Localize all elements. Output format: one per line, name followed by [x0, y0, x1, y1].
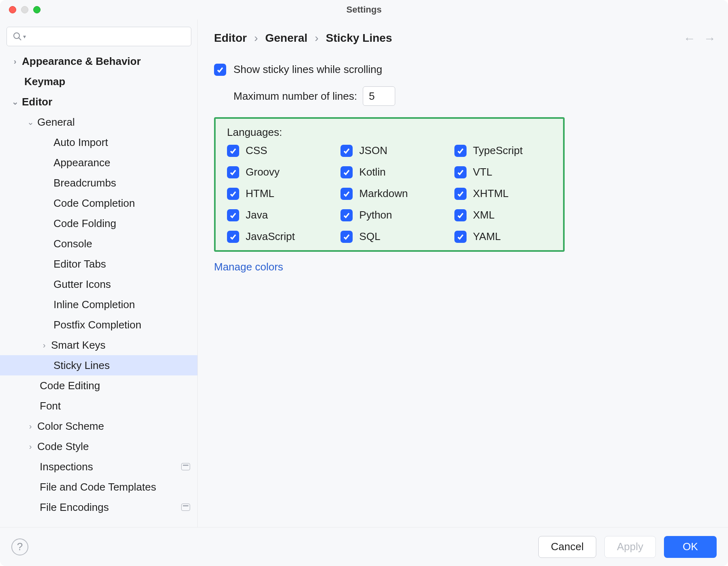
sidebar-item-label: Color Scheme — [37, 420, 104, 433]
forward-icon[interactable]: → — [704, 32, 716, 45]
sidebar-item-label: Code Editing — [40, 379, 100, 392]
sidebar-item-inspections[interactable]: Inspections — [0, 457, 197, 477]
language-checkbox-groovy[interactable] — [227, 166, 239, 178]
language-label: Python — [359, 209, 392, 221]
sidebar-item-inline-completion[interactable]: Inline Completion — [0, 294, 197, 315]
sidebar-item-code-folding[interactable]: Code Folding — [0, 213, 197, 234]
sidebar-item-font[interactable]: Font — [0, 396, 197, 416]
manage-colors-link[interactable]: Manage colors — [214, 261, 283, 273]
language-checkbox-html[interactable] — [227, 188, 239, 200]
close-icon[interactable] — [9, 6, 16, 13]
sidebar-item-label: Gutter Icons — [54, 278, 111, 291]
sidebar-item-auto-import[interactable]: Auto Import — [0, 132, 197, 152]
sidebar-item-editor-tabs[interactable]: Editor Tabs — [0, 254, 197, 274]
titlebar: Settings — [0, 0, 728, 19]
language-item-yaml: YAML — [454, 230, 552, 243]
chevron-right-icon: › — [315, 32, 319, 45]
language-checkbox-css[interactable] — [227, 145, 239, 157]
chevron-right-icon: › — [39, 341, 49, 350]
language-item-xhtml: XHTML — [454, 187, 552, 200]
zoom-icon[interactable] — [33, 6, 41, 13]
sidebar-item-breadcrumbs[interactable]: Breadcrumbs — [0, 173, 197, 193]
language-label: JSON — [359, 144, 387, 157]
max-lines-label: Maximum number of lines: — [233, 90, 357, 103]
sidebar-item-smart-keys[interactable]: ›Smart Keys — [0, 335, 197, 355]
chevron-down-icon: ⌄ — [10, 97, 20, 107]
ok-button[interactable]: OK — [664, 536, 717, 558]
minimize-icon[interactable] — [21, 6, 28, 13]
help-icon[interactable]: ? — [11, 538, 28, 555]
search-input[interactable]: ▾ — [6, 27, 191, 46]
sidebar-item-label: Code Completion — [54, 197, 135, 210]
language-checkbox-javascript[interactable] — [227, 231, 239, 243]
window-controls — [9, 6, 41, 13]
language-label: Groovy — [246, 166, 280, 178]
sidebar-item-keymap[interactable]: Keymap — [0, 71, 197, 92]
languages-box: Languages: CSSJSONTypeScriptGroovyKotlin… — [214, 117, 565, 252]
language-label: JavaScript — [246, 230, 295, 243]
language-checkbox-markdown[interactable] — [340, 188, 353, 200]
project-badge-icon — [181, 463, 190, 470]
language-item-xml: XML — [454, 209, 552, 221]
language-item-json: JSON — [340, 144, 438, 157]
language-item-python: Python — [340, 209, 438, 221]
language-checkbox-xhtml[interactable] — [454, 188, 467, 200]
svg-point-0 — [14, 33, 19, 39]
sidebar-item-label: Auto Import — [54, 136, 108, 149]
breadcrumb-general[interactable]: General — [265, 32, 307, 45]
chevron-down-icon: ⌄ — [25, 117, 36, 127]
language-label: Java — [246, 209, 268, 221]
language-checkbox-sql[interactable] — [340, 231, 353, 243]
settings-window: Settings ▾ ›Appearance & BehaviorKeymap⌄… — [0, 0, 728, 566]
language-checkbox-json[interactable] — [340, 145, 353, 157]
sidebar-item-general[interactable]: ⌄General — [0, 112, 197, 132]
sidebar-item-file-encodings[interactable]: File Encodings — [0, 497, 197, 517]
language-item-kotlin: Kotlin — [340, 166, 438, 178]
sidebar-item-label: Appearance & Behavior — [22, 55, 141, 68]
sidebar-item-console[interactable]: Console — [0, 234, 197, 254]
language-label: TypeScript — [473, 144, 523, 157]
language-label: Kotlin — [359, 166, 385, 178]
sidebar-item-label: Code Folding — [54, 217, 116, 230]
sidebar-item-editor[interactable]: ⌄Editor — [0, 92, 197, 112]
language-label: SQL — [359, 230, 380, 243]
sidebar-item-code-completion[interactable]: Code Completion — [0, 193, 197, 213]
sidebar-item-appearance-behavior[interactable]: ›Appearance & Behavior — [0, 51, 197, 71]
chevron-right-icon: › — [10, 57, 20, 66]
language-label: CSS — [246, 144, 267, 157]
back-icon[interactable]: ← — [683, 32, 696, 45]
sidebar-item-label: File Encodings — [40, 501, 109, 514]
language-checkbox-vtl[interactable] — [454, 166, 467, 178]
language-checkbox-java[interactable] — [227, 209, 239, 221]
breadcrumb-editor[interactable]: Editor — [214, 32, 247, 45]
sidebar-item-sticky-lines[interactable]: Sticky Lines — [0, 355, 197, 375]
show-sticky-checkbox[interactable] — [214, 64, 226, 76]
language-checkbox-python[interactable] — [340, 209, 353, 221]
apply-button[interactable]: Apply — [604, 536, 656, 558]
language-checkbox-xml[interactable] — [454, 209, 467, 221]
sidebar-item-gutter-icons[interactable]: Gutter Icons — [0, 274, 197, 294]
sidebar-item-label: Inline Completion — [54, 298, 135, 311]
sidebar-item-code-editing[interactable]: Code Editing — [0, 375, 197, 396]
cancel-button[interactable]: Cancel — [538, 536, 596, 558]
language-item-vtl: VTL — [454, 166, 552, 178]
language-checkbox-yaml[interactable] — [454, 231, 467, 243]
language-label: XML — [473, 209, 495, 221]
sidebar-item-label: General — [37, 116, 75, 129]
max-lines-input[interactable]: 5 — [363, 86, 395, 106]
language-checkbox-typescript[interactable] — [454, 145, 467, 157]
language-item-typescript: TypeScript — [454, 144, 552, 157]
sidebar-item-color-scheme[interactable]: ›Color Scheme — [0, 416, 197, 436]
language-item-groovy: Groovy — [227, 166, 324, 178]
sidebar-item-label: Editor Tabs — [54, 258, 106, 270]
sidebar-item-postfix-completion[interactable]: Postfix Completion — [0, 315, 197, 335]
sidebar-item-code-style[interactable]: ›Code Style — [0, 436, 197, 457]
sidebar-item-label: Sticky Lines — [54, 359, 110, 372]
language-checkbox-kotlin[interactable] — [340, 166, 353, 178]
sidebar-item-label: Code Style — [37, 440, 89, 453]
project-badge-icon — [181, 504, 190, 511]
sidebar-item-appearance[interactable]: Appearance — [0, 152, 197, 173]
chevron-right-icon: › — [25, 422, 36, 431]
language-label: YAML — [473, 230, 501, 243]
sidebar-item-file-and-code-templates[interactable]: File and Code Templates — [0, 477, 197, 497]
